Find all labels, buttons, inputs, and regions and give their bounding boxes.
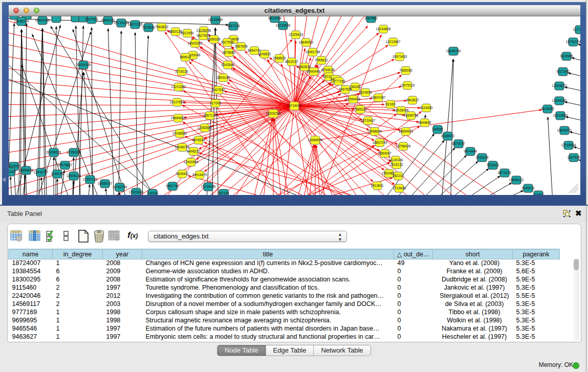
- svg-text:19654935: 19654935: [171, 116, 186, 120]
- svg-text:10025438: 10025438: [394, 108, 409, 112]
- svg-text:30975867: 30975867: [58, 163, 73, 167]
- svg-text:16648784: 16648784: [446, 49, 461, 53]
- svg-text:12353584: 12353584: [198, 126, 212, 129]
- svg-text:17359928: 17359928: [67, 150, 81, 154]
- svg-text:19218506: 19218506: [276, 24, 291, 27]
- svg-text:8912954: 8912954: [181, 31, 194, 35]
- svg-text:1145194: 1145194: [51, 172, 64, 176]
- svg-text:3878312: 3878312: [192, 138, 205, 142]
- svg-text:9474444: 9474444: [464, 149, 477, 153]
- svg-text:391520: 391520: [9, 170, 16, 173]
- svg-text:1588520: 1588520: [273, 56, 286, 60]
- svg-text:7625402: 7625402: [176, 172, 189, 176]
- svg-text:18300295: 18300295: [266, 112, 281, 115]
- svg-text:2087682: 2087682: [364, 16, 378, 20]
- svg-text:16961758: 16961758: [306, 50, 320, 54]
- svg-text:11172034: 11172034: [573, 28, 580, 31]
- svg-text:20364436: 20364436: [346, 97, 361, 101]
- svg-text:2718126: 2718126: [175, 70, 188, 73]
- svg-text:19654923: 19654923: [399, 129, 413, 133]
- svg-text:8186328: 8186328: [207, 37, 221, 41]
- svg-text:9245012: 9245012: [521, 186, 535, 190]
- svg-text:1167534: 1167534: [568, 156, 580, 159]
- svg-text:92450: 92450: [534, 193, 543, 195]
- svg-text:8990448: 8990448: [307, 70, 320, 73]
- svg-text:17016504: 17016504: [561, 143, 576, 147]
- svg-text:1362615: 1362615: [298, 65, 311, 69]
- svg-text:17957223: 17957223: [83, 178, 98, 181]
- svg-text:7986322: 7986322: [354, 107, 367, 111]
- svg-text:20691406: 20691406: [35, 18, 50, 22]
- svg-text:7955812: 7955812: [315, 58, 328, 62]
- svg-text:9227342: 9227342: [556, 70, 570, 73]
- svg-text:2803144: 2803144: [216, 76, 230, 79]
- svg-text:6879197: 6879197: [452, 142, 465, 145]
- svg-text:6794028: 6794028: [321, 68, 335, 72]
- svg-text:252214: 252214: [393, 174, 404, 178]
- svg-text:16033809: 16033809: [208, 18, 223, 21]
- svg-text:3624554: 3624554: [359, 91, 372, 94]
- svg-text:19384554: 19384554: [308, 138, 323, 142]
- svg-text:7515526: 7515526: [142, 26, 155, 29]
- svg-text:20206526: 20206526: [47, 150, 61, 154]
- svg-text:16782759: 16782759: [113, 185, 127, 189]
- svg-text:3267130: 3267130: [203, 114, 216, 117]
- svg-text:2967608: 2967608: [234, 45, 248, 48]
- svg-text:13505135: 13505135: [67, 174, 81, 178]
- svg-text:12444150: 12444150: [552, 99, 567, 102]
- svg-text:18724007: 18724007: [287, 104, 302, 107]
- svg-text:12213967: 12213967: [386, 40, 401, 43]
- svg-text:1498222: 1498222: [187, 149, 200, 153]
- svg-text:9329966: 9329966: [560, 54, 573, 58]
- svg-text:15751074: 15751074: [566, 40, 580, 43]
- svg-text:9777169: 9777169: [332, 79, 345, 83]
- svg-text:12923446: 12923446: [129, 190, 144, 194]
- svg-text:16495758: 16495758: [404, 114, 419, 117]
- svg-text:12975115: 12975115: [400, 83, 415, 87]
- svg-text:12400994: 12400994: [184, 160, 199, 164]
- svg-text:12093872: 12093872: [552, 84, 567, 87]
- svg-text:989614: 989614: [180, 55, 191, 59]
- svg-text:16543382: 16543382: [188, 41, 203, 45]
- svg-text:8660128: 8660128: [169, 30, 182, 33]
- svg-text:1615132: 1615132: [390, 163, 403, 166]
- svg-text:3875685: 3875685: [222, 51, 235, 54]
- svg-text:18640910: 18640910: [299, 40, 314, 44]
- svg-text:9827503: 9827503: [197, 34, 210, 37]
- svg-text:10973493: 10973493: [393, 55, 407, 58]
- svg-text:7632621: 7632621: [486, 163, 499, 167]
- svg-text:62160: 62160: [386, 102, 395, 106]
- svg-text:917006: 917006: [210, 101, 221, 105]
- svg-text:10688609: 10688609: [367, 129, 382, 133]
- svg-text:144095: 144095: [432, 127, 443, 131]
- svg-text:16210643: 16210643: [553, 114, 568, 117]
- svg-text:9327508: 9327508: [221, 40, 234, 44]
- svg-text:11325419: 11325419: [289, 33, 303, 36]
- svg-text:11568629: 11568629: [19, 168, 34, 172]
- svg-text:16154808: 16154808: [376, 27, 391, 31]
- svg-text:8471676: 8471676: [498, 171, 511, 174]
- svg-text:8427552: 8427552: [212, 88, 225, 92]
- svg-text:10107553: 10107553: [170, 100, 185, 104]
- svg-text:9115460: 9115460: [420, 106, 433, 110]
- svg-text:9463627: 9463627: [406, 98, 419, 102]
- svg-text:6497508: 6497508: [339, 87, 352, 91]
- svg-text:1713426: 1713426: [393, 186, 406, 190]
- svg-text:10807487: 10807487: [371, 96, 386, 99]
- svg-text:9457791: 9457791: [166, 184, 179, 188]
- svg-text:15716485: 15716485: [201, 185, 216, 188]
- svg-text:8938923: 8938923: [441, 134, 454, 138]
- svg-text:129234: 129234: [147, 191, 158, 195]
- svg-text:15720407: 15720407: [361, 119, 376, 122]
- svg-text:9684067: 9684067: [378, 151, 391, 155]
- svg-text:2933114: 2933114: [476, 156, 489, 159]
- svg-text:1413641: 1413641: [371, 184, 384, 187]
- svg-text:10719155: 10719155: [114, 21, 129, 25]
- svg-text:1527602: 1527602: [85, 17, 98, 21]
- svg-text:8822037: 8822037: [285, 60, 298, 63]
- svg-text:8813054: 8813054: [268, 16, 281, 20]
- svg-text:15692971: 15692971: [557, 128, 572, 132]
- svg-text:9146821: 9146821: [258, 52, 271, 56]
- svg-text:24055724: 24055724: [14, 19, 29, 23]
- svg-text:7485083: 7485083: [399, 69, 412, 72]
